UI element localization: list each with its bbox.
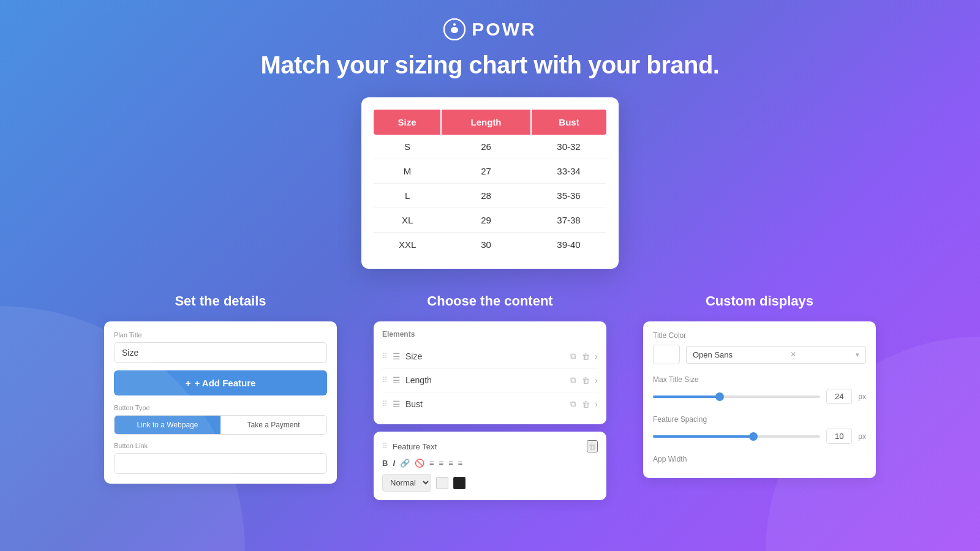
feature-text-card: ⠿ Feature Text 🗑 B I 🔗 🚫 ≡ ≡ ≡ ≡ Normal xyxy=(374,432,606,500)
title-color-label: Title Color xyxy=(653,331,866,340)
chart-preview: Size Length Bust S 26 30-32 M 27 33-34 L xyxy=(0,97,980,269)
drag-handle-icon[interactable]: ⠿ xyxy=(382,352,388,361)
link-button[interactable]: 🔗 xyxy=(400,459,410,468)
element-name-length: Length xyxy=(405,375,564,385)
close-icon[interactable]: ✕ xyxy=(790,350,796,359)
background-color-picker[interactable] xyxy=(453,477,466,489)
drag-handle-icon[interactable]: ⠿ xyxy=(382,400,388,408)
table-row: M 27 33-34 xyxy=(374,159,606,184)
color-font-row: Open Sans ✕ ▾ xyxy=(653,345,866,364)
logo: POWR xyxy=(0,18,980,40)
cell-size-m: M xyxy=(374,159,441,184)
font-select-row: Normal xyxy=(382,474,598,492)
sizing-table: Size Length Bust S 26 30-32 M 27 33-34 L xyxy=(374,110,606,257)
cell-size-s: S xyxy=(374,135,441,159)
header: POWR Match your sizing chart with your b… xyxy=(0,0,980,79)
table-row: XL 29 37-38 xyxy=(374,208,606,233)
drag-handle-icon[interactable]: ⠿ xyxy=(382,376,388,384)
title-color-swatch[interactable] xyxy=(653,345,680,364)
cell-length-xxl: 30 xyxy=(441,233,531,257)
list-icon: ☰ xyxy=(393,375,401,385)
title-color-field: Title Color Open Sans ✕ ▾ xyxy=(653,331,866,364)
header-length: Length xyxy=(441,110,531,135)
element-name-size: Size xyxy=(405,351,564,361)
chevron-down-icon[interactable]: ▾ xyxy=(856,351,859,359)
tagline: Match your sizing chart with your brand. xyxy=(0,51,980,79)
max-title-size-track[interactable] xyxy=(653,395,820,398)
chevron-right-icon[interactable]: › xyxy=(595,351,598,361)
choose-content-title: Choose the content xyxy=(374,293,606,309)
bold-button[interactable]: B xyxy=(382,459,388,468)
chevron-right-icon[interactable]: › xyxy=(595,375,598,385)
unlink-button[interactable]: 🚫 xyxy=(415,459,424,468)
text-color-picker[interactable] xyxy=(436,477,448,489)
max-title-size-thumb[interactable] xyxy=(715,392,724,401)
table-row: S 26 30-32 xyxy=(374,135,606,159)
drag-handle-icon[interactable]: ⠿ xyxy=(382,442,388,451)
cell-length-m: 27 xyxy=(441,159,531,184)
cell-size-xxl: XXL xyxy=(374,233,441,257)
copy-button[interactable]: ⧉ xyxy=(569,398,577,410)
cell-bust-xl: 37-38 xyxy=(531,208,606,233)
delete-button[interactable]: 🗑 xyxy=(581,351,591,362)
element-name-bust: Bust xyxy=(405,399,564,409)
cell-bust-s: 30-32 xyxy=(531,135,606,159)
list-icon: ☰ xyxy=(393,351,401,361)
powr-logo-icon xyxy=(443,18,466,40)
cell-size-xl: XL xyxy=(374,208,441,233)
text-toolbar: B I 🔗 🚫 ≡ ≡ ≡ ≡ xyxy=(382,459,598,468)
list-icon: ☰ xyxy=(393,399,401,409)
cell-bust-l: 35-36 xyxy=(531,184,606,208)
element-actions: ⧉ 🗑 › xyxy=(569,398,598,410)
list-item: ⠿ ☰ Length ⧉ 🗑 › xyxy=(382,369,598,392)
align-left-button[interactable]: ≡ xyxy=(429,459,434,468)
cell-bust-m: 33-34 xyxy=(531,159,606,184)
font-picker[interactable]: Open Sans ✕ ▾ xyxy=(686,346,866,364)
feature-spacing-thumb[interactable] xyxy=(749,432,758,441)
element-actions: ⧉ 🗑 › xyxy=(569,374,598,386)
feature-spacing-fill xyxy=(653,435,753,438)
header-size: Size xyxy=(374,110,441,135)
list-item: ⠿ ☰ Bust ⧉ 🗑 › xyxy=(382,392,598,416)
plan-title-label: Plan Title xyxy=(114,331,327,339)
font-picker-text: Open Sans xyxy=(693,350,733,359)
elements-title: Elements xyxy=(382,330,598,339)
feature-card-header: ⠿ Feature Text 🗑 xyxy=(382,440,598,452)
italic-button[interactable]: I xyxy=(393,459,395,468)
element-actions: ⧉ 🗑 › xyxy=(569,350,598,362)
feature-delete-button[interactable]: 🗑 xyxy=(587,440,598,452)
list-item: ⠿ ☰ Size ⧉ 🗑 › xyxy=(382,345,598,369)
add-feature-label: + Add Feature xyxy=(194,378,255,388)
copy-button[interactable]: ⧉ xyxy=(569,374,577,386)
chevron-right-icon[interactable]: › xyxy=(595,399,598,409)
align-justify-button[interactable]: ≡ xyxy=(458,459,463,468)
feature-text-title: Feature Text xyxy=(393,442,582,451)
table-row: XXL 30 39-40 xyxy=(374,233,606,257)
align-right-button[interactable]: ≡ xyxy=(448,459,453,468)
font-style-select[interactable]: Normal xyxy=(382,474,431,492)
max-title-size-label: Max Title Size xyxy=(653,375,866,384)
elements-card: Elements ⠿ ☰ Size ⧉ 🗑 › ⠿ ☰ Length ⧉ 🗑 › xyxy=(374,321,606,424)
chart-card: Size Length Bust S 26 30-32 M 27 33-34 L xyxy=(361,97,619,269)
delete-button[interactable]: 🗑 xyxy=(581,399,591,410)
feature-spacing-track[interactable] xyxy=(653,435,820,438)
cell-length-l: 28 xyxy=(441,184,531,208)
button-type-payment[interactable]: Take a Payment xyxy=(221,416,326,434)
header-bust: Bust xyxy=(531,110,606,135)
logo-text: POWR xyxy=(472,19,536,40)
align-center-button[interactable]: ≡ xyxy=(439,459,444,468)
svg-point-1 xyxy=(453,23,456,26)
copy-button[interactable]: ⧉ xyxy=(569,350,577,362)
cell-bust-xxl: 39-40 xyxy=(531,233,606,257)
choose-content-panel: Choose the content Elements ⠿ ☰ Size ⧉ 🗑… xyxy=(374,293,606,500)
table-row: L 28 35-36 xyxy=(374,184,606,208)
cell-size-l: L xyxy=(374,184,441,208)
max-title-size-fill xyxy=(653,395,720,398)
custom-displays-title: Custom displays xyxy=(643,293,876,309)
delete-button[interactable]: 🗑 xyxy=(581,375,591,386)
set-details-title: Set the details xyxy=(104,293,337,309)
add-feature-icon: + xyxy=(186,378,191,388)
cell-length-xl: 29 xyxy=(441,208,531,233)
cell-length-s: 26 xyxy=(441,135,531,159)
